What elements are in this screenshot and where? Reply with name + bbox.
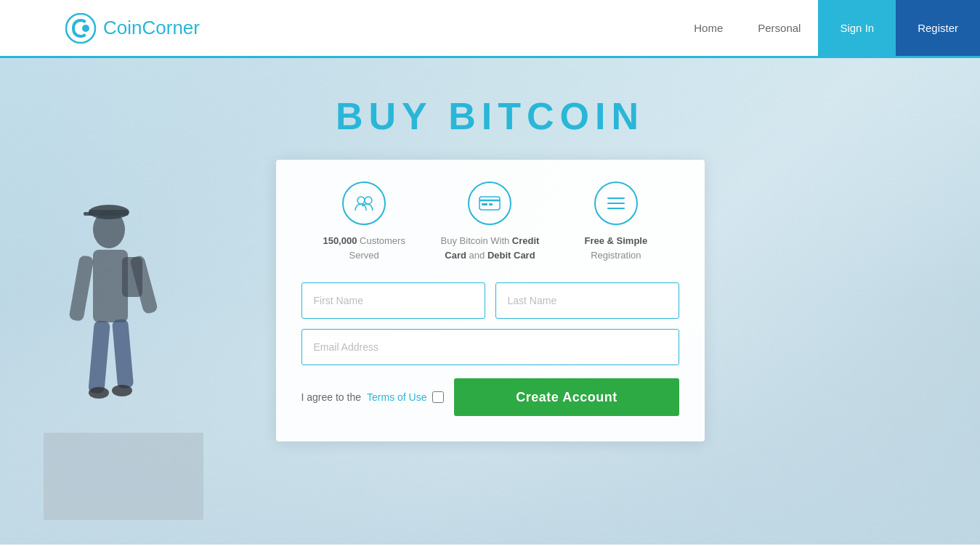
logo-coin: Coin — [103, 17, 142, 38]
svg-rect-5 — [89, 210, 129, 216]
hero-section: BUY BITCOIN 150,000 CustomersServed — [0, 58, 980, 545]
svg-point-15 — [357, 197, 365, 204]
terms-checkbox[interactable] — [432, 391, 444, 403]
terms-of-use-link[interactable]: Terms of Use — [367, 391, 426, 403]
coincorner-logo-icon — [65, 13, 96, 44]
nav-home-link[interactable]: Home — [676, 0, 740, 56]
logo-corner: Corner — [142, 17, 199, 38]
navbar: CoinCorner Home Personal Sign In Registe… — [0, 0, 980, 58]
form-footer: I agree to the Terms of Use Create Accou… — [301, 378, 679, 416]
svg-point-1 — [82, 25, 89, 32]
svg-rect-20 — [489, 203, 493, 205]
nav-signin-button[interactable]: Sign In — [818, 0, 896, 56]
hero-title: BUY BITCOIN — [336, 94, 644, 138]
features-row: 150,000 CustomersServed Buy Bitcoin With… — [301, 182, 679, 262]
name-row — [301, 282, 679, 319]
feature-customers: 150,000 CustomersServed — [301, 182, 427, 262]
svg-rect-8 — [68, 255, 94, 322]
create-account-button[interactable]: Create Account — [454, 378, 679, 416]
email-input[interactable] — [301, 329, 679, 365]
registration-text: Free & SimpleRegistration — [584, 234, 647, 262]
feature-registration: Free & SimpleRegistration — [553, 182, 679, 262]
svg-point-13 — [112, 385, 132, 396]
registration-card: 150,000 CustomersServed Buy Bitcoin With… — [276, 160, 705, 441]
payment-text: Buy Bitcoin With CreditCard and Debit Ca… — [441, 234, 540, 262]
last-name-input[interactable] — [495, 282, 679, 319]
svg-rect-14 — [122, 257, 142, 297]
svg-point-16 — [365, 197, 372, 204]
logo-text: CoinCorner — [103, 17, 200, 39]
nav-links: Home Personal Sign In Register — [676, 0, 980, 56]
svg-rect-6 — [84, 212, 94, 216]
svg-point-0 — [66, 14, 95, 43]
svg-rect-10 — [88, 320, 110, 394]
first-name-input[interactable] — [301, 282, 485, 319]
terms-area: I agree to the Terms of Use — [301, 391, 445, 403]
feature-payment: Buy Bitcoin With CreditCard and Debit Ca… — [427, 182, 553, 262]
nav-register-button[interactable]: Register — [896, 0, 980, 56]
terms-prefix-text: I agree to the — [301, 391, 362, 403]
registration-icon — [594, 182, 638, 225]
logo[interactable]: CoinCorner — [65, 13, 200, 44]
person-svg — [44, 142, 203, 520]
payment-icon — [468, 182, 511, 225]
svg-rect-19 — [482, 203, 487, 205]
nav-personal-link[interactable]: Personal — [740, 0, 818, 56]
svg-rect-2 — [44, 433, 203, 520]
svg-point-12 — [89, 387, 109, 399]
customers-text: 150,000 CustomersServed — [323, 234, 405, 262]
person-silhouette — [44, 142, 203, 523]
svg-rect-11 — [112, 319, 134, 389]
customers-icon — [342, 182, 386, 225]
